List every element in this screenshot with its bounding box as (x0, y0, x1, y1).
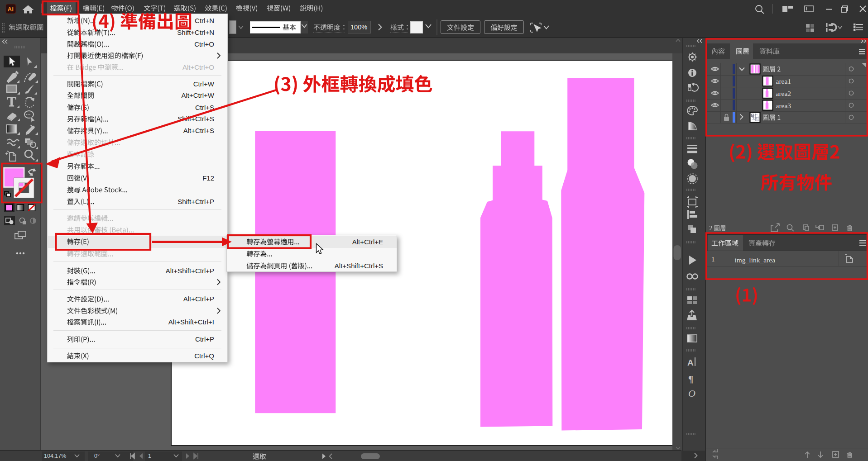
svg-text:A: A (687, 358, 694, 367)
svg-text:Ai: Ai (8, 6, 14, 13)
svg-text:¶: ¶ (688, 374, 693, 385)
svg-text:O: O (688, 388, 695, 399)
